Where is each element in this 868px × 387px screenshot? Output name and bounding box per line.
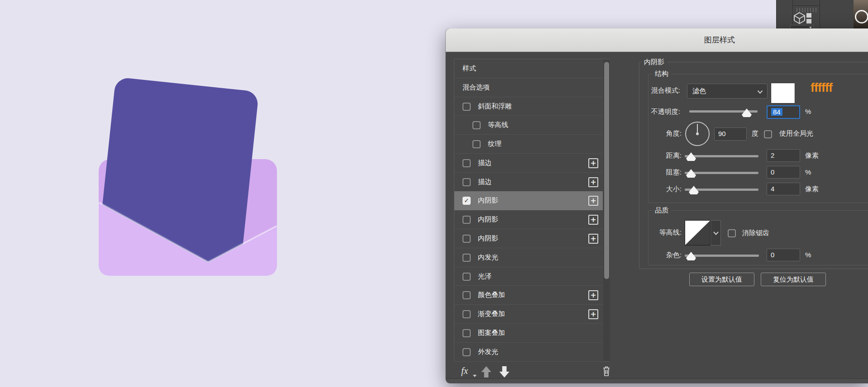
delete-effect-trash-button[interactable] [602, 365, 611, 377]
add-effect-instance-button[interactable]: + [588, 290, 598, 300]
styles-list-item[interactable]: 描边+ [454, 173, 603, 192]
dialog-titlebar[interactable]: 图层样式 [446, 28, 868, 52]
contour-thumbnail[interactable] [685, 220, 711, 245]
effect-item-label: 内阴影 [478, 215, 498, 224]
quality-legend: 品质 [652, 206, 671, 215]
distance-slider-track[interactable] [685, 155, 758, 157]
make-default-button[interactable]: 设置为默认值 [689, 273, 754, 286]
effect-checkbox[interactable] [463, 254, 471, 262]
styles-list-item[interactable]: 颜色叠加+ [454, 286, 603, 305]
angle-value: 90 [718, 130, 726, 137]
noise-input[interactable]: 0 [767, 249, 800, 261]
effect-checkbox[interactable] [463, 178, 471, 186]
effect-checkbox[interactable] [472, 140, 481, 148]
styles-list-item[interactable]: ✓内阴影+ [454, 191, 603, 210]
effect-checkbox[interactable] [463, 103, 471, 111]
add-effect-instance-button[interactable]: + [588, 234, 598, 244]
effect-item-label: 混合选项 [463, 83, 490, 92]
shadow-color-swatch[interactable] [771, 83, 795, 104]
styles-list-item[interactable]: 图案叠加 [454, 324, 603, 343]
opacity-input[interactable]: 84 [767, 105, 800, 119]
choke-unit: % [805, 168, 811, 176]
noise-value: 0 [771, 251, 774, 259]
effect-item-label: 等高线 [488, 121, 508, 129]
angle-input[interactable]: 90 [714, 127, 747, 141]
panel-divider [793, 5, 820, 6]
blend-mode-value: 滤色 [692, 87, 706, 95]
effect-item-label: 渐变叠加 [478, 310, 505, 318]
size-label: 大小: [652, 185, 682, 194]
styles-list-item[interactable]: 内阴影+ [454, 210, 603, 229]
angle-dial[interactable] [685, 122, 710, 146]
styles-list-item[interactable]: 外发光 [454, 343, 603, 362]
styles-list-item[interactable]: 渐变叠加+ [454, 305, 603, 324]
styles-list-item[interactable]: 等高线 [454, 116, 603, 135]
effect-checkbox[interactable] [463, 310, 471, 318]
effect-checkbox[interactable] [463, 348, 471, 356]
size-input[interactable]: 4 [767, 183, 800, 195]
chevron-down-icon [757, 90, 763, 94]
add-effect-instance-button[interactable]: + [588, 215, 598, 225]
distance-input[interactable]: 2 [767, 149, 800, 162]
choke-label: 阻塞: [652, 168, 682, 177]
antialias-checkbox[interactable] [728, 229, 736, 237]
scrollbar-track[interactable] [603, 59, 610, 361]
styles-list-item[interactable]: 内阴影+ [454, 229, 603, 248]
effect-checkbox[interactable] [463, 235, 471, 243]
styles-list: 样式混合选项斜面和浮雕等高线纹理描边+描边+✓内阴影+内阴影+内阴影+内发光光泽… [454, 59, 610, 362]
size-value: 4 [771, 185, 774, 193]
effect-checkbox[interactable] [463, 273, 471, 281]
styles-list-item[interactable]: 描边+ [454, 154, 603, 173]
effect-item-label: 颜色叠加 [478, 291, 505, 299]
move-effect-up-button[interactable] [481, 366, 491, 378]
angle-unit: 度 [752, 129, 758, 138]
effect-checkbox[interactable] [472, 121, 481, 129]
scrollbar-thumb[interactable] [604, 62, 609, 279]
effect-checkbox[interactable] [463, 216, 471, 224]
opacity-value: 84 [771, 108, 782, 116]
styles-list-item[interactable]: 斜面和浮雕 [454, 97, 603, 116]
contour-label: 等高线: [648, 228, 682, 237]
add-effect-instance-button[interactable]: + [588, 177, 598, 187]
panel-option-swatch[interactable] [806, 13, 811, 18]
effect-checkbox[interactable] [463, 159, 471, 167]
move-effect-down-button[interactable] [499, 366, 510, 378]
contour-curve-preview [685, 221, 710, 245]
reset-default-button[interactable]: 复位为默认值 [761, 273, 826, 286]
noise-unit: % [805, 251, 811, 259]
effect-checkbox[interactable] [463, 329, 471, 337]
effect-checkbox[interactable] [463, 291, 471, 299]
add-effect-instance-button[interactable]: + [588, 158, 598, 168]
choke-input[interactable]: 0 [767, 166, 800, 179]
envelope-illustration [0, 0, 421, 387]
panel-option-swatch[interactable] [806, 19, 811, 24]
dialog-bottom-edge [446, 378, 868, 383]
styles-list-item[interactable]: 样式 [454, 59, 603, 78]
styles-list-item[interactable]: 内发光 [454, 248, 603, 267]
use-global-light-checkbox[interactable] [764, 130, 772, 138]
contour-dropdown[interactable] [711, 220, 721, 245]
choke-slider-track[interactable] [685, 172, 758, 174]
noise-slider-track[interactable] [685, 255, 759, 257]
styles-list-item[interactable]: 光泽 [454, 267, 603, 286]
antialias-label: 消除锯齿 [742, 229, 769, 237]
3d-cube-icon[interactable] [793, 12, 806, 24]
add-effect-instance-button[interactable]: + [588, 196, 598, 206]
effect-item-label: 光泽 [478, 272, 491, 281]
structure-legend: 结构 [652, 70, 671, 78]
panel-title: 内阴影 [641, 58, 667, 66]
styles-list-item[interactable]: 纹理 [454, 135, 603, 154]
blend-mode-select[interactable]: 滤色 [687, 84, 768, 99]
effect-item-label: 纹理 [488, 140, 501, 148]
panel-dropdown[interactable] [790, 25, 814, 28]
noise-label: 杂色: [652, 251, 682, 260]
effect-checkbox-checked[interactable]: ✓ [463, 197, 471, 205]
panel-divider [792, 0, 793, 28]
styles-list-item[interactable]: 混合选项 [454, 78, 603, 97]
fx-menu-button[interactable]: fx [461, 365, 468, 377]
distance-unit: 像素 [805, 151, 819, 160]
effect-item-label: 描边 [478, 159, 491, 167]
effect-item-label: 样式 [463, 64, 476, 73]
angle-label: 角度: [652, 129, 682, 138]
add-effect-instance-button[interactable]: + [588, 309, 598, 319]
